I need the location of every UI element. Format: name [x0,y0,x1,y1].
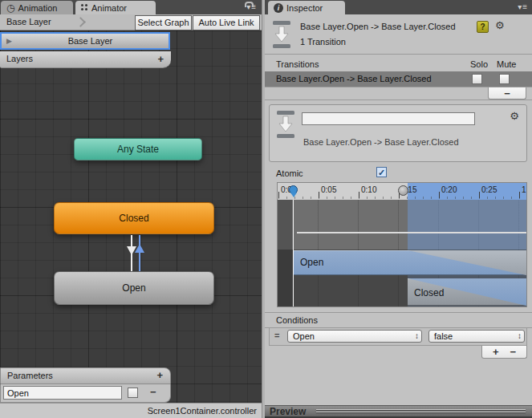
transition-icon [272,20,291,49]
transition-count: 1 Transition [300,37,346,47]
transition-timeline[interactable]: 0:00 0:05 0:10 0:15 0:20 0:25 1 Ope [277,182,527,307]
expander-icon[interactable]: ▶ [6,37,12,45]
tick-label: 0:25 [481,185,497,194]
minus-icon: − [504,87,510,99]
state-machine-canvas[interactable]: ▶ Base Layer Layers + Any State Closed O… [0,30,262,403]
state-node-open[interactable]: Open [54,271,214,305]
tick-label: 1 [522,185,526,194]
condition-value: false [434,331,453,341]
condition-value-dropdown[interactable]: false ↕ [428,330,525,343]
transition-list-row[interactable]: Base Layer.Open -> Base Layer.Closed [265,71,532,87]
mute-column-label: Mute [497,59,516,69]
tab-animator[interactable]: Animator [75,1,156,14]
layers-bar-label: Layers [6,54,33,63]
add-parameter-button[interactable]: + [156,369,163,381]
tab-inspector[interactable]: i Inspector [268,1,345,14]
drag-handle-icon[interactable]: = [274,331,279,340]
atomic-label: Atomic [276,168,303,178]
tab-animation-label: Animation [18,3,57,13]
tab-animation[interactable]: ◷ Animation [1,1,73,14]
minor-ticks [278,197,526,199]
breadcrumb-chevron-icon [75,17,86,27]
layer-item-label: Base Layer [12,36,169,46]
condition-add-remove-box: + − [481,346,527,359]
condition-parameter-dropdown[interactable]: Open ↕ [287,330,422,343]
weight-curve-line [297,232,526,233]
parameter-name-field[interactable] [3,386,122,400]
remove-transition-button[interactable]: − [488,87,526,99]
preview-bar[interactable]: Preview [265,405,532,416]
atomic-checkbox[interactable]: ✓ [376,167,387,177]
breadcrumb[interactable]: Base Layer [6,17,51,26]
inspector-menu-icon[interactable]: ▾≡ [518,2,528,11]
state-node-any-state[interactable]: Any State [74,138,202,160]
timeline-graph-region [278,200,526,250]
timeline-ruler[interactable]: 0:00 0:05 0:10 0:15 0:20 0:25 1 [278,183,526,200]
conditions-title: Conditions [276,315,318,325]
mute-checkbox[interactable] [499,74,510,84]
layers-bar: Layers + [0,51,171,68]
condition-row: = Open ↕ false ↕ [269,328,527,346]
unity-editor: ◷ Animation Animator ▾≡ Base Layer Selec… [0,0,532,418]
closed-track-label: Closed [414,287,444,298]
state-node-closed[interactable]: Closed [54,202,214,234]
inspector-body: Base Layer.Open -> Base Layer.Closed 1 T… [265,14,532,418]
layer-item-base-layer[interactable]: ▶ Base Layer [0,32,170,50]
solo-column-label: Solo [470,59,488,69]
transition-start-marker[interactable] [398,185,408,196]
preview-label: Preview [270,406,306,417]
solo-checkbox[interactable] [472,74,482,84]
transition-detail-label: Base Layer.Open -> Base Layer.Closed [303,137,459,147]
help-icon[interactable]: ? [477,21,489,33]
timeline-tracks-region: Open Closed [278,250,526,306]
parameters-header: Parameters + [0,367,171,384]
controller-status-bar: Screen1Container.controller [0,403,262,418]
parameter-row: − [0,384,171,403]
inspector-tabstrip: i Inspector ▾≡ [265,0,532,14]
updown-icon: ↕ [518,331,522,342]
tab-inspector-label: Inspector [286,3,323,13]
transition-detail-block: ⚙ Base Layer.Open -> Base Layer.Closed [269,104,527,162]
transition-title: Base Layer.Open -> Base Layer.Closed [300,22,456,31]
transition-arrow-open-to-closed-selected[interactable] [139,235,140,271]
auto-live-link-button[interactable]: Auto Live Link [193,15,260,30]
parameters-title: Parameters [7,371,53,380]
transition-name-field[interactable] [302,112,475,125]
tab-animator-label: Animator [91,3,127,13]
info-icon: i [274,3,283,13]
tick-label: 0:05 [321,185,336,194]
playhead-line[interactable] [293,200,294,306]
gear-icon[interactable]: ⚙ [495,20,505,31]
condition-parameter-value: Open [293,331,315,341]
remove-condition-button[interactable]: − [510,346,517,358]
animator-icon [81,4,88,11]
tick-label: 0:20 [441,185,457,194]
open-state-fadeout-wedge[interactable] [408,250,526,275]
tick-label: 0:10 [361,185,376,194]
add-condition-button[interactable]: + [493,346,499,358]
parameter-bool-checkbox[interactable] [128,388,138,398]
clock-icon: ◷ [6,3,14,13]
gear-icon[interactable]: ⚙ [510,111,519,122]
add-layer-button[interactable]: + [157,53,164,65]
transition-row-label: Base Layer.Open -> Base Layer.Closed [276,74,432,83]
transition-icon [276,110,295,139]
updown-icon: ↕ [415,331,419,342]
arrow-up-icon [135,244,144,253]
preview-grip [316,409,526,414]
open-track-label: Open [300,257,323,268]
animator-toolbar: Base Layer Select Graph Auto Live Link [0,14,262,30]
remove-parameter-button[interactable]: − [150,386,156,398]
animator-tabstrip: ◷ Animation Animator ▾≡ [0,0,262,14]
transitions-title: Transitions [276,59,319,69]
playhead-handle[interactable] [289,185,298,194]
select-graph-button[interactable]: Select Graph [135,15,192,30]
